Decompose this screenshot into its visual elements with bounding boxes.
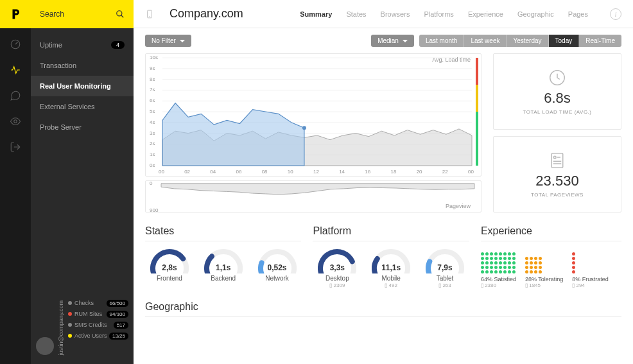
- logout-icon[interactable]: [10, 141, 21, 153]
- device-icon[interactable]: [145, 8, 154, 20]
- kpi-label: TOTAL LOAD TIME (AVG.): [523, 109, 591, 115]
- document-icon: [548, 151, 567, 170]
- gauge-frontend: 2,8sFrontend: [145, 248, 194, 282]
- chat-icon[interactable]: [10, 90, 21, 101]
- states-section: States 2,8sFrontend1,1sBackend0,52sNetwo…: [145, 225, 301, 288]
- gauge-value: 7,9s: [426, 263, 464, 272]
- gauge-value: 3,3s: [318, 263, 356, 272]
- nav-item-transaction[interactable]: Transaction: [31, 55, 134, 76]
- section-title: Experience: [481, 225, 621, 241]
- info-icon[interactable]: i: [610, 8, 621, 20]
- metric-select[interactable]: Median: [371, 35, 414, 47]
- topbar: Company.com SummaryStatesBrowsersPlatfor…: [134, 0, 633, 28]
- tab-experience[interactable]: Experience: [467, 8, 505, 21]
- time-range-last-month[interactable]: Last month: [419, 35, 464, 47]
- gauge-label: Mobile: [367, 275, 415, 282]
- threshold-indicator: [476, 58, 478, 166]
- platform-section: Platform 3,3sDesktop▯ 230911,1sMobile▯ 4…: [313, 225, 469, 288]
- filter-select[interactable]: No Filter: [145, 35, 191, 47]
- gauge-value: 2,8s: [150, 263, 189, 272]
- section-title: Geographic: [145, 301, 621, 317]
- x-tick: 12: [313, 169, 319, 175]
- x-tick: 14: [339, 169, 345, 175]
- nav-item-external-services[interactable]: External Services: [31, 96, 134, 117]
- experience-sublabel: ▯ 294: [572, 282, 609, 288]
- y-tick: 2s: [150, 141, 155, 146]
- experience-item: 28% Tolerating▯ 1845: [525, 248, 563, 288]
- gauge-desktop: 3,3sDesktop▯ 2309: [313, 248, 361, 288]
- svg-point-15: [302, 126, 306, 130]
- chevron-down-icon: [180, 40, 185, 42]
- gauge-value: 1,1s: [204, 263, 243, 272]
- gauge-label: Tablet: [421, 275, 469, 282]
- nav-label: Uptime: [40, 41, 62, 49]
- nav-label: Transaction: [40, 62, 76, 69]
- x-tick: 20: [417, 169, 422, 175]
- time-range-segment: Last monthLast weekYesterdayTodayReal-Ti…: [419, 35, 621, 47]
- nav-item-probe-server[interactable]: Probe Server: [31, 117, 134, 137]
- y-tick: 4s: [150, 119, 155, 125]
- tab-summary[interactable]: Summary: [299, 8, 333, 21]
- gauge-mobile: 11,1sMobile▯ 492: [367, 248, 415, 288]
- chart-title: Avg. Load time: [432, 56, 471, 63]
- tab-browsers[interactable]: Browsers: [379, 8, 412, 21]
- kpi-pageviews: 23.530 TOTAL PAGEVIEWS: [493, 136, 621, 212]
- filter-bar: No Filter Median Last monthLast weekYest…: [134, 28, 633, 53]
- user-email: justin@company.com: [58, 298, 64, 356]
- x-tick: 18: [391, 169, 397, 175]
- gauge-icon[interactable]: [10, 39, 21, 50]
- gauge-label: Backend: [199, 275, 248, 282]
- tab-platforms[interactable]: Platforms: [422, 8, 455, 21]
- svg-rect-3: [148, 10, 152, 18]
- time-range-last-week[interactable]: Last week: [464, 35, 507, 47]
- search-input[interactable]: Search: [31, 0, 134, 28]
- experience-sublabel: ▯ 2380: [481, 282, 516, 288]
- gauge-label: Network: [253, 275, 302, 282]
- experience-item: 8% Frustrated▯ 294: [572, 248, 609, 288]
- time-range-today[interactable]: Today: [549, 35, 580, 47]
- gauge-backend: 1,1sBackend: [199, 248, 248, 282]
- x-tick: 00: [159, 169, 164, 175]
- tab-pages[interactable]: Pages: [567, 8, 589, 21]
- gauge-sublabel: ▯ 263: [421, 282, 469, 288]
- stat-value: 94/100: [107, 311, 128, 318]
- nav-badge: 4: [111, 41, 125, 49]
- eye-icon[interactable]: [10, 116, 21, 127]
- avatar[interactable]: [36, 337, 54, 355]
- logo[interactable]: [0, 0, 31, 28]
- x-tick: 06: [236, 169, 242, 175]
- section-title: States: [145, 225, 301, 241]
- gauge-label: Frontend: [145, 275, 194, 282]
- nav-item-real-user-monitoring[interactable]: Real User Monitoring: [31, 76, 134, 96]
- experience-label: 64% Satisfied: [481, 276, 516, 282]
- stat-row: Active Users13/25: [68, 331, 128, 342]
- time-range-real-time[interactable]: Real-Time: [579, 35, 621, 47]
- clock-icon: [548, 68, 567, 87]
- stat-value: 517: [114, 322, 128, 329]
- gauge-network: 0,52sNetwork: [253, 248, 302, 282]
- stat-value: 13/25: [109, 333, 128, 340]
- time-range-yesterday[interactable]: Yesterday: [507, 35, 548, 47]
- sidebar: Search Uptime4TransactionReal User Monit…: [31, 0, 134, 364]
- tab-geographic[interactable]: Geographic: [516, 8, 555, 21]
- kpi-value: 6.8s: [544, 90, 571, 107]
- svg-point-1: [14, 120, 17, 123]
- x-tick: 08: [262, 169, 268, 175]
- search-icon: [116, 10, 125, 19]
- nav-item-uptime[interactable]: Uptime4: [31, 35, 134, 55]
- y-tick: 7s: [150, 87, 155, 92]
- gauge-sublabel: ▯ 492: [367, 282, 415, 288]
- experience-item: 64% Satisfied▯ 2380: [481, 248, 516, 288]
- main: Company.com SummaryStatesBrowsersPlatfor…: [134, 0, 633, 364]
- gauge-sublabel: ▯ 2309: [313, 282, 361, 288]
- filter-label: No Filter: [152, 37, 176, 44]
- tab-states[interactable]: States: [345, 8, 367, 21]
- pulse-icon[interactable]: [10, 64, 21, 76]
- svg-point-18: [553, 156, 556, 159]
- gauge-tablet: 7,9sTablet▯ 263: [421, 248, 469, 288]
- x-tick: 04: [210, 169, 216, 175]
- x-tick: 02: [184, 169, 190, 175]
- y-tick: 3s: [150, 130, 155, 136]
- gauge-label: Desktop: [313, 275, 361, 282]
- kpi-value: 23.530: [535, 173, 578, 189]
